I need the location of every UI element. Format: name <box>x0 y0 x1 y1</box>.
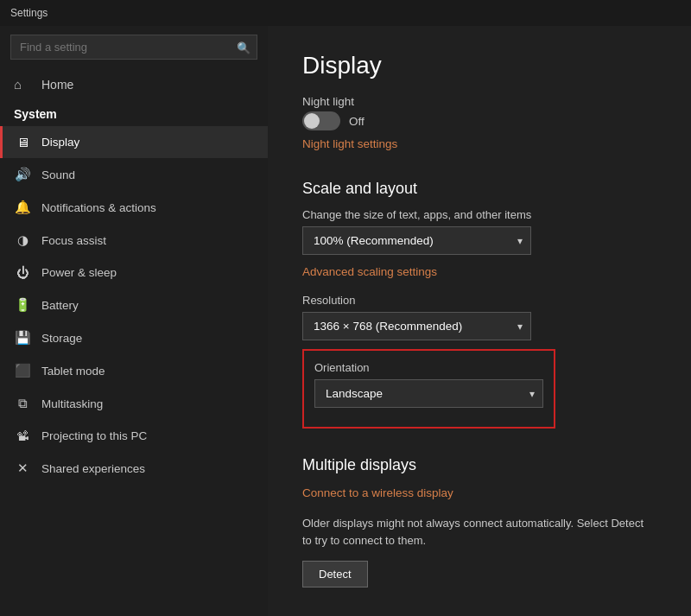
search-input[interactable] <box>10 35 257 60</box>
sidebar-item-storage[interactable]: 💾 Storage <box>0 321 268 354</box>
night-light-label: Night light <box>302 95 656 108</box>
sidebar-item-label: Notifications & actions <box>41 201 156 214</box>
scaling-dropdown-wrapper: 100% (Recommended) 125% 150% 175% ▾ <box>302 226 531 255</box>
orientation-label: Orientation <box>314 361 543 374</box>
sidebar-item-power[interactable]: ⏻ Power & sleep <box>0 257 268 289</box>
sidebar-section-title: System <box>0 100 268 126</box>
sidebar-item-shared[interactable]: ✕ Shared experiences <box>0 452 268 485</box>
sidebar-item-label: Multitasking <box>41 397 103 410</box>
multiple-displays-description: Older displays might not always connect … <box>302 515 648 549</box>
sidebar-item-label: Projecting to this PC <box>41 429 147 442</box>
resolution-dropdown[interactable]: 1366 × 768 (Recommended) 1280 × 720 1024… <box>302 312 531 340</box>
resolution-label: Resolution <box>302 294 656 307</box>
night-light-settings-link[interactable]: Night light settings <box>302 137 397 150</box>
scaling-dropdown[interactable]: 100% (Recommended) 125% 150% 175% <box>302 226 531 255</box>
projecting-icon: 📽 <box>14 429 31 443</box>
sidebar-item-label: Shared experiences <box>41 462 145 475</box>
sidebar-item-label: Sound <box>41 168 75 181</box>
focus-icon: ◑ <box>14 232 31 248</box>
toggle-knob <box>304 113 320 129</box>
orientation-dropdown-wrapper: Landscape Portrait Landscape (flipped) P… <box>314 379 543 408</box>
sidebar-item-notifications[interactable]: 🔔 Notifications & actions <box>0 191 268 224</box>
night-light-toggle-row: Off <box>302 111 656 130</box>
home-icon: ⌂ <box>14 77 31 92</box>
search-icon: 🔍 <box>237 41 250 54</box>
main-container: 🔍 ⌂ Home System 🖥 Display 🔊 Sound 🔔 Noti… <box>0 26 691 616</box>
sound-icon: 🔊 <box>14 167 31 182</box>
battery-icon: 🔋 <box>14 297 31 313</box>
night-light-status: Off <box>349 115 365 128</box>
app-title: Settings <box>10 7 48 19</box>
sidebar-item-label: Tablet mode <box>41 365 105 378</box>
sidebar: 🔍 ⌂ Home System 🖥 Display 🔊 Sound 🔔 Noti… <box>0 26 268 616</box>
orientation-box: Orientation Landscape Portrait Landscape… <box>302 349 555 429</box>
orientation-dropdown[interactable]: Landscape Portrait Landscape (flipped) P… <box>314 379 543 408</box>
content-area: Display Night light Off Night light sett… <box>268 26 691 616</box>
sidebar-item-label: Storage <box>41 332 82 345</box>
title-bar: Settings <box>0 0 691 26</box>
sidebar-item-tablet[interactable]: ⬛ Tablet mode <box>0 354 268 387</box>
night-light-toggle[interactable] <box>302 111 340 130</box>
sidebar-item-focus[interactable]: ◑ Focus assist <box>0 224 268 257</box>
search-container: 🔍 <box>10 35 257 60</box>
notification-icon: 🔔 <box>14 200 31 215</box>
sidebar-item-label: Display <box>41 136 79 149</box>
sidebar-item-label: Power & sleep <box>41 266 117 279</box>
scaling-label: Change the size of text, apps, and other… <box>302 208 656 221</box>
tablet-icon: ⬛ <box>14 363 31 378</box>
sidebar-item-sound[interactable]: 🔊 Sound <box>0 158 268 191</box>
storage-icon: 💾 <box>14 330 31 346</box>
connect-wireless-link[interactable]: Connect to a wireless display <box>302 486 453 499</box>
sidebar-item-label: Focus assist <box>41 234 106 247</box>
display-icon: 🖥 <box>14 135 31 149</box>
scale-layout-title: Scale and layout <box>302 180 656 198</box>
resolution-dropdown-wrapper: 1366 × 768 (Recommended) 1280 × 720 1024… <box>302 312 531 340</box>
detect-button[interactable]: Detect <box>302 561 368 587</box>
sidebar-item-battery[interactable]: 🔋 Battery <box>0 289 268 321</box>
shared-icon: ✕ <box>14 460 31 476</box>
home-label: Home <box>41 78 73 92</box>
multiple-displays-title: Multiple displays <box>302 456 656 474</box>
page-title: Display <box>302 52 656 79</box>
sidebar-item-home[interactable]: ⌂ Home <box>0 67 268 100</box>
advanced-scaling-link[interactable]: Advanced scaling settings <box>302 265 437 278</box>
sidebar-item-display[interactable]: 🖥 Display <box>0 126 268 158</box>
sidebar-item-projecting[interactable]: 📽 Projecting to this PC <box>0 420 268 452</box>
sidebar-item-label: Battery <box>41 299 79 312</box>
power-icon: ⏻ <box>14 265 31 280</box>
multitasking-icon: ⧉ <box>14 396 31 411</box>
sidebar-item-multitasking[interactable]: ⧉ Multitasking <box>0 387 268 420</box>
